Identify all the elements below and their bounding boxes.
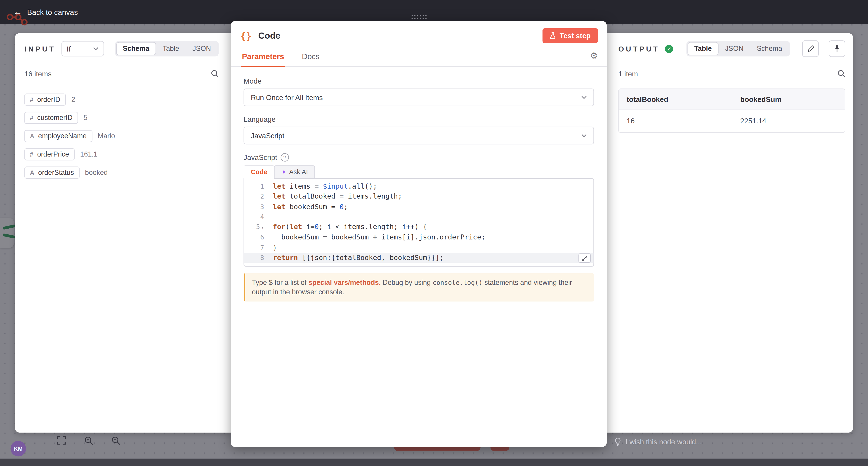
gear-icon[interactable]: ⚙	[590, 51, 598, 61]
tab-json[interactable]: JSON	[718, 42, 750, 55]
code-line[interactable]: 1let items = $input.all();	[244, 181, 593, 192]
code-node-icon: {}	[240, 30, 252, 41]
schema-list: #orderID2#customerID5AemployeeNameMario#…	[24, 93, 219, 179]
schema-row[interactable]: AemployeeNameMario	[24, 129, 219, 143]
test-step-button[interactable]: Test step	[542, 28, 598, 43]
input-panel: INPUT If SchemaTableJSON 16 items #order…	[15, 33, 231, 433]
hint-mid: Debug by using	[381, 279, 433, 287]
editor-hint-callout: Type $ for a list of special vars/method…	[244, 273, 594, 302]
code-editor-lines: 1let items = $input.all();2let totalBook…	[244, 181, 593, 263]
node-feedback-label: I wish this node would...	[625, 437, 702, 446]
node-feedback-link[interactable]: I wish this node would...	[614, 437, 702, 446]
input-panel-title: INPUT	[24, 44, 56, 53]
code-line[interactable]: 2let totalBooked = items.length;	[244, 192, 593, 202]
help-icon[interactable]: ?	[281, 153, 289, 162]
hint-prefix: Type $ for a list of	[252, 279, 308, 287]
schema-row[interactable]: #customerID5	[24, 111, 219, 125]
canvas-bottom-bar	[0, 458, 868, 466]
output-view-tabs: TableJSONSchema	[686, 41, 790, 57]
schema-row[interactable]: #orderID2	[24, 93, 219, 106]
line-number: 8	[244, 253, 270, 263]
mode-label: Mode	[244, 77, 594, 85]
edit-output-button[interactable]	[802, 40, 819, 57]
field-type-icon: A	[30, 169, 34, 176]
schema-field-pill[interactable]: #orderID	[24, 94, 66, 106]
schema-field-value: booked	[85, 169, 107, 176]
input-source-select[interactable]: If	[61, 41, 104, 57]
node-tabs: Parameters Docs ⚙	[231, 48, 607, 67]
mode-select[interactable]: Run Once for All Items	[244, 89, 594, 106]
tab-ask-ai[interactable]: ✦ Ask AI	[274, 165, 315, 179]
input-view-tabs: SchemaTableJSON	[115, 41, 219, 57]
language-select[interactable]: JavaScript	[244, 127, 594, 144]
schema-field-value: 5	[84, 114, 88, 122]
table-header-row: totalBookedbookedSum	[619, 89, 845, 110]
schema-field-pill[interactable]: #orderPrice	[24, 148, 74, 160]
pin-data-button[interactable]	[829, 40, 845, 57]
line-number: 6	[244, 233, 270, 243]
tab-json[interactable]: JSON	[186, 42, 217, 55]
table-header-cell[interactable]: totalBooked	[619, 89, 732, 110]
back-to-canvas-label: Back to canvas	[27, 8, 78, 16]
code-line[interactable]: 7}	[244, 243, 593, 253]
code-editor[interactable]: 1let items = $input.all();2let totalBook…	[244, 178, 594, 267]
code-line[interactable]: 6 bookedSum = bookedSum + items[i].json.…	[244, 233, 593, 243]
schema-field-value: 2	[71, 96, 75, 103]
tab-table[interactable]: Table	[688, 42, 718, 55]
chevron-down-icon	[581, 134, 587, 137]
editor-label: JavaScript	[244, 153, 277, 162]
node-settings-panel: {} Code Test step Parameters Docs ⚙ Mode…	[231, 21, 607, 447]
line-number: 1	[244, 181, 270, 192]
output-panel-title: OUTPUT	[618, 44, 659, 53]
schema-field-pill[interactable]: AorderStatus	[24, 166, 80, 179]
chevron-down-icon	[581, 96, 587, 99]
schema-row[interactable]: AorderStatusbooked	[24, 166, 219, 179]
table-row[interactable]: 162251.14	[619, 110, 845, 132]
tab-schema[interactable]: Schema	[750, 42, 789, 55]
node-title: Code	[258, 31, 280, 41]
lightbulb-icon	[614, 437, 621, 446]
tab-schema[interactable]: Schema	[116, 42, 156, 55]
schema-row[interactable]: #orderPrice161.1	[24, 148, 219, 161]
back-to-canvas-button[interactable]: ← Back to canvas	[13, 8, 78, 16]
field-type-icon: #	[30, 151, 33, 158]
success-check-icon: ✓	[665, 44, 673, 53]
schema-field-name: orderID	[37, 96, 60, 103]
field-type-icon: A	[30, 133, 34, 139]
test-step-label: Test step	[560, 32, 591, 40]
code-line[interactable]: 4	[244, 212, 593, 222]
table-cell: 2251.14	[732, 110, 845, 132]
chevron-down-icon	[93, 47, 98, 51]
expand-editor-icon[interactable]	[579, 254, 591, 263]
schema-field-pill[interactable]: AemployeeName	[24, 130, 92, 142]
fold-chevron-icon[interactable]: ▾	[261, 225, 264, 230]
user-avatar[interactable]: KM	[11, 441, 26, 457]
output-table: totalBookedbookedSum162251.14	[619, 89, 845, 132]
line-number: 5▾	[244, 222, 270, 233]
code-line[interactable]: 8return [{json:{totalBooked, bookedSum}}…	[244, 253, 593, 263]
table-cell: 16	[619, 110, 732, 132]
tab-docs[interactable]: Docs	[301, 48, 320, 66]
field-type-icon: #	[30, 114, 33, 121]
line-number: 4	[244, 212, 270, 222]
language-value: JavaScript	[251, 131, 284, 140]
code-line[interactable]: 3let bookedSum = 0;	[244, 202, 593, 212]
sparkle-icon: ✦	[281, 168, 286, 176]
tab-table[interactable]: Table	[156, 42, 186, 55]
code-line[interactable]: 5▾for(let i=0; i < items.length; i++) {	[244, 222, 593, 233]
schema-field-name: customerID	[37, 114, 72, 122]
table-header-cell[interactable]: bookedSum	[732, 89, 845, 110]
tab-parameters[interactable]: Parameters	[241, 48, 285, 67]
search-icon[interactable]	[837, 70, 845, 77]
pencil-icon	[807, 45, 814, 53]
schema-field-value: 161.1	[80, 151, 98, 158]
schema-field-pill[interactable]: #customerID	[24, 112, 78, 124]
special-vars-link[interactable]: special vars/methods.	[308, 279, 381, 287]
search-icon[interactable]	[211, 70, 219, 77]
top-bar: ← Back to canvas	[0, 0, 868, 24]
tab-code[interactable]: Code	[244, 165, 275, 179]
output-table-wrap: totalBookedbookedSum162251.14	[618, 89, 845, 133]
ndv-drag-handle[interactable]	[411, 14, 427, 20]
language-label: Language	[244, 115, 594, 123]
flask-icon	[550, 32, 556, 39]
